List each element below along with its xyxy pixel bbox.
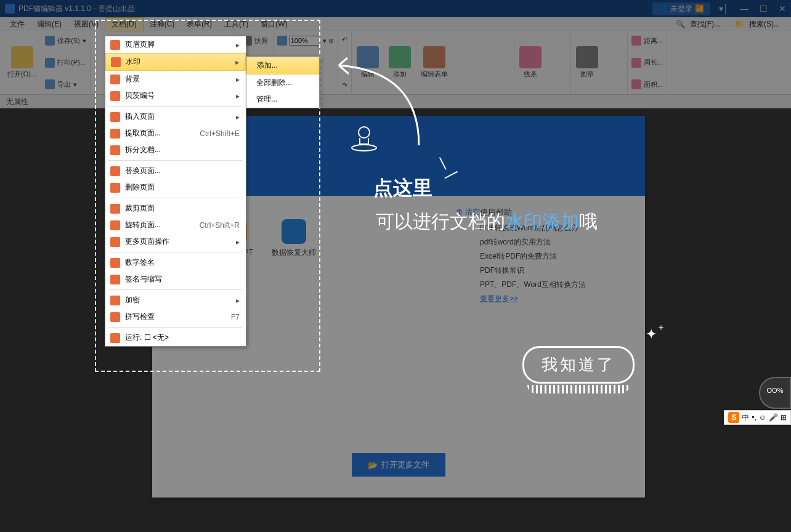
menu-item[interactable]: 水印▸: [105, 53, 246, 71]
menu-item[interactable]: 加密▸: [105, 292, 246, 308]
menu-item[interactable]: 背景▸: [105, 71, 246, 87]
menu-item[interactable]: 运行: ☐ <无>: [105, 329, 246, 346]
menu-item[interactable]: 裁剪页面: [105, 200, 246, 217]
menu-item[interactable]: 提取页面...Ctrl+Shift+E: [105, 125, 246, 142]
ime-widget[interactable]: OO%: [759, 377, 791, 409]
menu-item[interactable]: 拆分文档...: [105, 142, 246, 158]
sparkle-icon: ✦＋: [646, 326, 665, 342]
submenu-item[interactable]: 添加...: [246, 57, 319, 75]
tutorial-arrow: [333, 53, 425, 145]
menu-item[interactable]: 贝茨编号▸: [105, 87, 246, 104]
menu-item[interactable]: 页眉页脚▸: [105, 36, 246, 53]
ime-bar[interactable]: S中•,☺🎤⊞: [724, 410, 791, 425]
menu-item[interactable]: 旋转页面...Ctrl+Shift+R: [105, 217, 246, 233]
menu-item[interactable]: 签名与缩写: [105, 271, 246, 288]
menu-item[interactable]: 数字签名: [105, 254, 246, 271]
watermark-submenu: 添加...全部删除...管理...: [246, 56, 320, 108]
callout-heading: 点这里 ／ ╲: [373, 175, 432, 202]
menu-item[interactable]: 替换页面...: [105, 163, 246, 179]
submenu-item[interactable]: 管理...: [246, 91, 319, 108]
menu-item[interactable]: 删除页面: [105, 179, 246, 196]
menu-item[interactable]: 插入页面▸: [105, 108, 246, 125]
svg-point-1: [352, 145, 376, 151]
got-it-button[interactable]: 我知道了: [522, 346, 635, 393]
menu-item[interactable]: 拼写检查F7: [105, 308, 246, 325]
menu-item[interactable]: 更多页面操作▸: [105, 233, 246, 250]
submenu-item[interactable]: 全部删除...: [246, 75, 319, 91]
document-menu: 页眉页脚▸水印▸背景▸贝茨编号▸插入页面▸提取页面...Ctrl+Shift+E…: [105, 36, 246, 347]
callout-sub: 可以进行文档的水印添加哦: [376, 209, 598, 235]
